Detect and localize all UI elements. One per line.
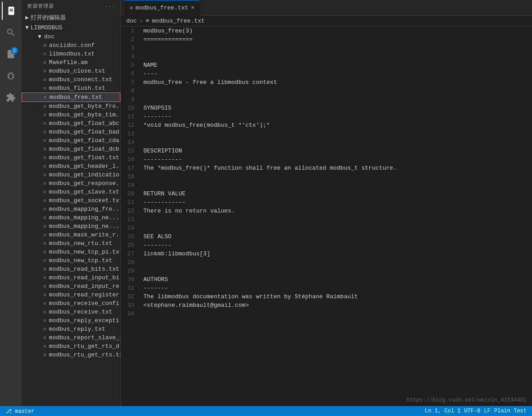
- editor-line: 7modbus_free - free a libmodbus context: [121, 78, 532, 87]
- sidebar-item-modbus-flush[interactable]: ≡ modbus_flush.txt: [22, 84, 120, 92]
- sidebar-item-modbus-get-float-abc[interactable]: ≡ modbus_get_float_abc...: [22, 119, 120, 128]
- sidebar-item-modbus-get-header-l[interactable]: ≡ modbus_get_header_l...: [22, 162, 120, 171]
- sidebar-item-modbus-mapping-ne1[interactable]: ≡ modbus_mapping_ne...: [22, 213, 120, 222]
- sidebar-item-modbus-get-indicatio[interactable]: ≡ modbus_get_indicatio...: [22, 171, 120, 179]
- status-bar: ⎇ master Ln 1, Col 1 UTF-8 LF Plain Text: [0, 406, 532, 416]
- sidebar-item-modbus-read-register[interactable]: ≡ modbus_read_register...: [22, 291, 120, 299]
- file-icon: ≡: [43, 292, 46, 298]
- line-number: 5: [121, 61, 143, 69]
- editor-line: 27linkmb:libmodbus[3]: [121, 250, 532, 258]
- sidebar-item-modbus-receive-confi[interactable]: ≡ modbus_receive_confi...: [22, 299, 120, 308]
- file-icon: ≡: [43, 275, 46, 281]
- line-text: <stephane.raimbault@gmail.com>: [143, 301, 249, 310]
- sidebar-item-modbus-reply-excepti[interactable]: ≡ modbus_reply_excepti...: [22, 316, 120, 325]
- libmodbus-section[interactable]: ▼ LIBMODBUS: [22, 23, 120, 32]
- sidebar-item-modbus-connect[interactable]: ≡ modbus_connect.txt: [22, 75, 120, 84]
- line-text: modbus_free(3): [143, 27, 193, 35]
- line-number: 34: [121, 310, 143, 318]
- sidebar-item-asciidoc[interactable]: ⚙ asciidoc.conf: [22, 41, 120, 50]
- sidebar-item-label: modbus_get_float_dcb...: [49, 146, 120, 153]
- editor-line: 16-----------: [121, 155, 532, 164]
- sidebar-item-modbus-get-response[interactable]: ≡ modbus_get_response...: [22, 179, 120, 188]
- sidebar-item-modbus-receive[interactable]: ≡ modbus_receive.txt: [22, 308, 120, 316]
- line-number: 6: [121, 69, 143, 78]
- more-icon[interactable]: ···: [105, 4, 115, 9]
- doc-folder[interactable]: ▼ doc: [22, 32, 120, 41]
- editor-line: 12*void modbus_free(modbus_t *'ctx');*: [121, 121, 532, 129]
- line-text: SEE ALSO: [143, 232, 171, 241]
- file-icon: ≡: [43, 112, 46, 118]
- sidebar-item-label: modbus_get_float_cda...: [49, 137, 120, 144]
- file-icon: ≡: [43, 147, 46, 152]
- line-number: 23: [121, 215, 143, 224]
- sidebar-item-modbus-rtu-get-rts-d[interactable]: ≡ modbus_rtu_get_rts_d...: [22, 342, 120, 351]
- sidebar-item-label: modbus_new_tcp.txt: [49, 257, 112, 264]
- sidebar-item-modbus-get-float-dcb[interactable]: ≡ modbus_get_float_dcb...: [22, 145, 120, 153]
- breadcrumb-doc[interactable]: doc: [126, 18, 137, 24]
- sidebar-scroll[interactable]: ▶ 打开的编辑器 ▼ LIBMODBUS ▼ doc ⚙ asciidoc.co…: [22, 12, 120, 406]
- activity-scm[interactable]: 2: [2, 45, 20, 63]
- editor-line: 23: [121, 215, 532, 224]
- editor-line: 8: [121, 87, 532, 95]
- tab-close-button[interactable]: ×: [191, 5, 194, 11]
- watermark: https://blog.csdn.net/weixin_41534481: [407, 397, 527, 403]
- sidebar-item-modbus-get-float[interactable]: ≡ modbus_get_float.txt: [22, 153, 120, 162]
- sidebar-item-label: modbus_rtu_get_rts.txt: [49, 351, 120, 358]
- sidebar-item-modbus-read-input-re[interactable]: ≡ modbus_read_input_re...: [22, 282, 120, 291]
- line-text: SYNOPSIS: [143, 104, 171, 112]
- activity-extensions[interactable]: [2, 88, 20, 106]
- line-number: 16: [121, 155, 143, 164]
- sidebar-item-label: modbus_flush.txt: [49, 85, 105, 92]
- line-text: *void modbus_free(modbus_t *'ctx');*: [143, 121, 270, 129]
- sidebar-item-modbus-read-input-bi[interactable]: ≡ modbus_read_input_bi...: [22, 273, 120, 282]
- activity-debug[interactable]: [2, 67, 20, 85]
- line-number: 15: [121, 147, 143, 155]
- chevron-down-icon: ▼: [25, 24, 29, 31]
- sidebar-item-label: modbus_mask_write_r...: [49, 231, 120, 238]
- sidebar-item-modbus-get-socket[interactable]: ≡ modbus_get_socket.txt: [22, 196, 120, 205]
- sidebar-item-modbus-read-bits[interactable]: ≡ modbus_read_bits.txt: [22, 265, 120, 273]
- sidebar-item-modbus-reply[interactable]: ≡ modbus_reply.txt: [22, 325, 120, 333]
- sidebar-item-modbus-free[interactable]: ≡ modbus_free.txt: [22, 92, 120, 102]
- encoding: UTF-8: [464, 408, 481, 414]
- sidebar-item-modbus-get-float-cda[interactable]: ≡ modbus_get_float_cda...: [22, 136, 120, 145]
- activity-search[interactable]: [2, 23, 20, 42]
- editor-content[interactable]: 1modbus_free(3)2==============345NAME6--…: [121, 27, 532, 406]
- activity-explorer[interactable]: [2, 2, 20, 20]
- sidebar-item-label: modbus_receive.txt: [49, 309, 112, 315]
- line-text: RETURN VALUE: [143, 190, 186, 198]
- sidebar-item-modbus-mapping-fre[interactable]: ≡ modbus_mapping_fre...: [22, 205, 120, 213]
- sidebar-item-modbus-get-slave[interactable]: ≡ modbus_get_slave.txt: [22, 188, 120, 196]
- file-icon: ≡: [43, 164, 46, 169]
- sidebar-item-modbus-new-rtu[interactable]: ≡ modbus_new_rtu.txt: [22, 239, 120, 248]
- file-icon: ≡: [43, 51, 46, 57]
- open-editors-section[interactable]: ▶ 打开的编辑器: [22, 12, 120, 23]
- editor-line: 19: [121, 181, 532, 190]
- sidebar-item-libmodbus-txt[interactable]: ≡ libmodbus.txt: [22, 50, 120, 58]
- editor-line: 2==============: [121, 35, 532, 44]
- file-icon: ≡: [43, 181, 46, 186]
- line-number: 7: [121, 78, 143, 87]
- sidebar-item-modbus-mask-write-r[interactable]: ≡ modbus_mask_write_r...: [22, 231, 120, 239]
- file-icon: ≡: [43, 318, 46, 324]
- sidebar-item-modbus-get-byte-fro[interactable]: ≡ modbus_get_byte_fro...: [22, 102, 120, 111]
- tab-modbus-free[interactable]: ≡ modbus_free.txt ×: [124, 0, 200, 16]
- line-text: -------: [143, 284, 168, 292]
- sidebar-item-modbus-report-slave-i[interactable]: ≡ modbus_report_slave_i...: [22, 333, 120, 342]
- sidebar-item-modbus-close[interactable]: ≡ modbus_close.txt: [22, 67, 120, 75]
- sidebar-item-modbus-new-tcp[interactable]: ≡ modbus_new_tcp.txt: [22, 256, 120, 265]
- line-text: --------: [143, 112, 171, 121]
- sidebar-item-modbus-get-byte-tim[interactable]: ≡ modbus_get_byte_tim...: [22, 111, 120, 119]
- editor-line: 9: [121, 95, 532, 104]
- sidebar-item-modbus-new-tcp-pi[interactable]: ≡ modbus_new_tcp_pi.txt: [22, 248, 120, 256]
- sidebar-item-makefile[interactable]: ≡ Makefile.am: [22, 58, 120, 67]
- breadcrumb-file[interactable]: modbus_free.txt: [152, 18, 205, 24]
- file-icon: ≡: [43, 352, 46, 358]
- sidebar-item-modbus-mapping-ne2[interactable]: ≡ modbus_mapping_ne...: [22, 222, 120, 231]
- editor-line: 13: [121, 129, 532, 138]
- editor-line: 34: [121, 310, 532, 318]
- line-number: 29: [121, 267, 143, 275]
- sidebar-item-label: modbus_get_float_abc...: [49, 120, 120, 127]
- sidebar-item-modbus-get-float-bad[interactable]: ≡ modbus_get_float_bad...: [22, 128, 120, 136]
- sidebar-item-modbus-rtu-get-rts[interactable]: ≡ modbus_rtu_get_rts.txt: [22, 351, 120, 359]
